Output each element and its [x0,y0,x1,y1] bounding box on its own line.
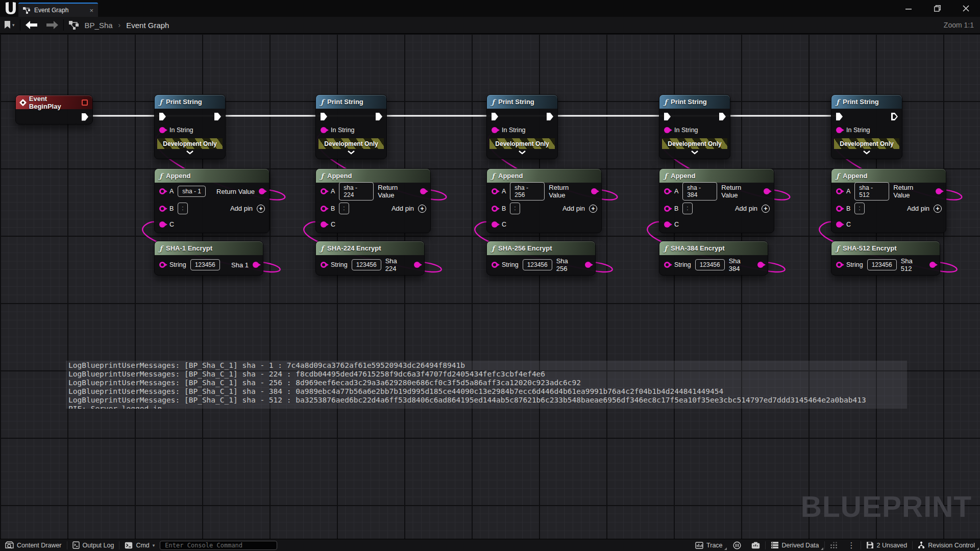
node-header[interactable]: ƒSHA-1 Encrypt [155,241,263,255]
in-string-pin[interactable] [492,127,498,133]
node-sha-encrypt-4[interactable]: ƒSHA-384 Encrypt String123456Sha 384 [659,241,768,276]
node-header[interactable]: ƒPrint String [316,95,386,109]
string-value-field[interactable]: 123456 [523,259,552,270]
bookmarks-button[interactable]: ▾ [0,17,19,33]
node-header[interactable]: ƒSHA-384 Encrypt [659,241,768,255]
pin-c[interactable] [836,221,842,228]
b-value-field[interactable]: : [510,203,520,214]
pin-b[interactable] [159,206,165,212]
breadcrumb-page[interactable]: Event Graph [126,21,169,30]
pin-c[interactable] [159,221,165,228]
node-sha-encrypt-2[interactable]: ƒSHA-224 Encrypt String123456Sha 224 [315,241,425,276]
trace-pause-button[interactable] [728,539,746,551]
return-value-pin[interactable] [420,188,426,194]
node-append-3[interactable]: ƒAppend Asha - 256Return Value B:Add pin… [486,168,602,233]
node-header[interactable]: ƒPrint String [487,95,557,109]
return-value-pin[interactable] [591,188,597,194]
string-pin[interactable] [664,262,670,268]
node-header[interactable]: ƒAppend [659,169,774,183]
pin-b[interactable] [836,206,842,212]
b-value-field[interactable]: : [339,203,349,214]
collapse-chevron-icon[interactable] [487,151,557,155]
pin-b[interactable] [492,206,498,212]
exec-out-pin[interactable] [547,113,553,120]
node-header[interactable]: ƒSHA-224 Encrypt [316,241,424,255]
pin-a[interactable] [836,188,842,194]
a-value-field[interactable]: sha - 1 [178,186,206,197]
unsaved-button[interactable]: 2 Unsaved [861,539,913,551]
node-append-1[interactable]: ƒAppend Asha - 1Return Value B:Add pin+ … [154,168,270,233]
string-value-field[interactable]: 123456 [867,259,897,270]
add-pin-icon[interactable]: + [934,205,942,213]
node-header[interactable]: ƒPrint String [831,95,902,109]
b-value-field[interactable]: : [682,203,692,214]
node-print-string-1[interactable]: ƒPrint String In String Development Only [154,94,226,159]
exec-in-pin[interactable] [836,113,843,120]
add-pin-icon[interactable]: + [257,205,265,213]
return-value-pin[interactable] [764,188,770,194]
collapse-chevron-icon[interactable] [316,151,386,155]
forward-button[interactable] [42,17,62,33]
node-header[interactable]: ƒSHA-512 Encrypt [831,241,940,255]
exec-out-pin[interactable] [891,113,898,120]
add-pin-icon[interactable]: + [589,205,597,213]
collapse-chevron-icon[interactable] [155,151,225,155]
close-button[interactable] [951,0,980,17]
a-value-field[interactable]: sha - 224 [339,182,374,201]
node-header[interactable]: ƒAppend [155,169,269,183]
string-pin[interactable] [159,262,165,268]
in-string-pin[interactable] [664,127,670,133]
in-string-pin[interactable] [159,127,165,133]
node-sha-encrypt-5[interactable]: ƒSHA-512 Encrypt String123456Sha 512 [831,241,940,276]
collapse-chevron-icon[interactable] [659,151,730,155]
back-button[interactable] [21,17,42,33]
sha-out-pin[interactable] [414,262,420,268]
pin-a[interactable] [159,188,165,194]
trace-button[interactable]: Trace [690,539,728,551]
sha-out-pin[interactable] [929,262,936,268]
node-header[interactable]: ƒPrint String [659,95,730,109]
exec-in-pin[interactable] [664,113,671,120]
in-string-pin[interactable] [321,127,327,133]
node-print-string-2[interactable]: ƒPrint String In String Development Only [315,94,387,159]
sha-out-pin[interactable] [585,262,591,268]
return-value-pin[interactable] [259,188,265,194]
cmd-button[interactable]: Cmd ▾ [119,539,160,551]
node-header[interactable]: ƒAppend [316,169,430,183]
b-value-field[interactable]: : [178,203,187,214]
node-print-string-5[interactable]: ƒPrint String In String Development Only [831,94,902,159]
add-pin-icon[interactable]: + [418,205,426,213]
a-value-field[interactable]: sha - 384 [682,182,717,201]
string-value-field[interactable]: 123456 [190,259,220,270]
trace-snapshot-button[interactable] [746,539,765,551]
pin-a[interactable] [321,188,327,194]
string-value-field[interactable]: 123456 [352,259,381,270]
pin-c[interactable] [321,221,327,228]
string-pin[interactable] [321,262,327,268]
node-print-string-3[interactable]: ƒPrint String In String Development Only [486,94,558,159]
content-drawer-button[interactable]: Content Drawer [0,539,67,551]
restore-button[interactable] [923,0,951,17]
sha-out-pin[interactable] [757,262,764,268]
tab-event-graph[interactable]: Event Graph × [18,3,98,17]
breadcrumb-asset[interactable]: BP_Sha [85,21,113,30]
string-value-field[interactable]: 123456 [695,259,725,270]
node-print-string-4[interactable]: ƒPrint String In String Development Only [659,94,730,159]
a-value-field[interactable]: sha - 256 [510,182,545,201]
node-header[interactable]: ƒAppend [487,169,601,183]
exec-in-pin[interactable] [492,113,498,120]
node-append-2[interactable]: ƒAppend Asha - 224Return Value B:Add pin… [315,168,431,233]
exec-out-pin[interactable] [214,113,221,120]
exec-out-pin[interactable] [376,113,382,120]
pin-b[interactable] [664,206,670,212]
tab-close-icon[interactable]: × [89,7,93,14]
insights-grid-button[interactable] [825,539,843,551]
exec-in-pin[interactable] [321,113,327,120]
console-command-input[interactable] [160,541,277,550]
more-options-button[interactable]: ⋮ [843,539,861,551]
exec-out-pin[interactable] [82,113,88,121]
pin-c[interactable] [492,221,498,228]
revision-control-button[interactable]: Revision Control [913,539,980,551]
node-append-5[interactable]: ƒAppend Asha - 512Return Value B:Add pin… [831,168,946,233]
minimize-button[interactable] [894,0,923,17]
